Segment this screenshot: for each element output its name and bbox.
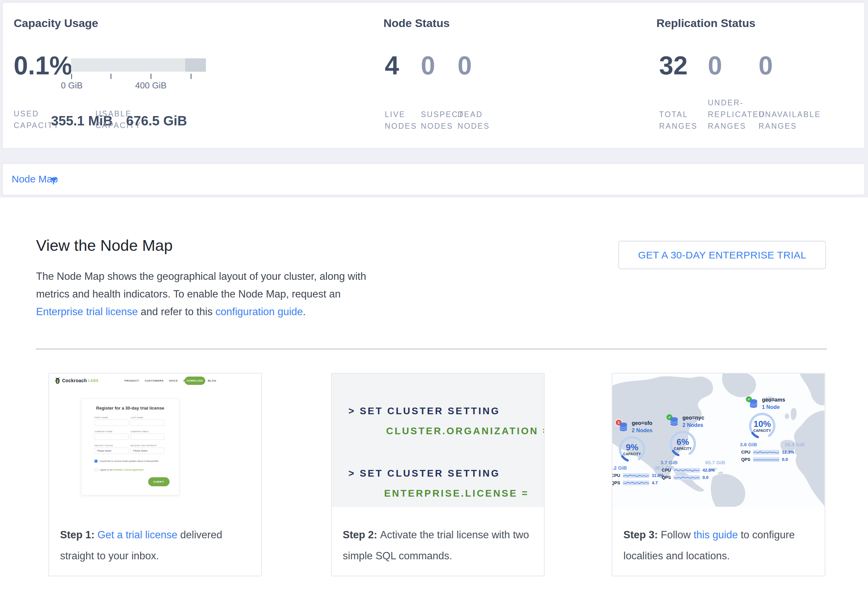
node-map-dropdown[interactable]: Node Map — [2, 163, 865, 196]
node-status-panel: Node Status 4 LIVE NODES 0 SUSPECT NODES… — [384, 3, 637, 148]
qps-sparkline-icon — [674, 475, 700, 480]
capacity-usage-panel: Capacity Usage 0.1% 0 GiB 400 GiB USED C… — [14, 3, 274, 148]
sql-statement: > SET CLUSTER SETTING — [348, 468, 500, 479]
label-line: NODES — [385, 121, 417, 132]
axis-tick — [111, 74, 111, 79]
checkbox-label: I agree to the Software License Agreemen… — [99, 469, 144, 471]
capacity-bar-usable-segment — [71, 58, 185, 72]
locality-name: geo=nyc — [682, 415, 704, 421]
download-button: DOWNLOAD — [185, 377, 205, 385]
description-text: The Node Map shows the geographical layo… — [36, 271, 366, 300]
step1-label: Step 1: — [60, 529, 97, 541]
gauge-capacity-label: CAPACITY — [669, 447, 697, 450]
dead-nodes-label: DEAD NODES — [458, 96, 490, 132]
chevron-down-icon[interactable] — [50, 178, 58, 182]
node-status-title: Node Status — [384, 17, 450, 30]
gauge-percent: 9% — [618, 442, 647, 453]
description-text: and refer to this — [138, 306, 216, 318]
cpu-value: 12.3% — [782, 450, 794, 455]
trial-license-form: Register for a 30-day trial license FIRS… — [81, 399, 179, 495]
step2-card: > SET CLUSTER SETTING CLUSTER.ORGANIZATI… — [331, 373, 545, 576]
cpu-sparkline-icon — [753, 450, 779, 455]
usable-capacity-value: 676.5 GiB — [126, 113, 187, 128]
suspect-nodes-value: 0 — [421, 53, 435, 78]
cluster-summary-card: Capacity Usage 0.1% 0 GiB 400 GiB USED C… — [2, 2, 865, 149]
field-label: LAST NAME — [130, 416, 143, 419]
capacity-bar-chart: 0 GiB 400 GiB — [71, 58, 206, 72]
text-input — [94, 419, 128, 426]
nav-item: PRODUCT — [124, 379, 139, 382]
unavailable-ranges-label: UNAVAILABLE RANGES — [759, 96, 821, 132]
replication-status-title: Replication Status — [657, 17, 756, 30]
cpu-meter: CPU 42.5% — [662, 468, 729, 472]
text-input — [94, 434, 128, 440]
sql-statement: > SET CLUSTER SETTING — [348, 406, 500, 416]
qps-label: QPS — [662, 475, 674, 480]
sql-setting: ENTERPRISE.LICENSE = — [384, 488, 529, 499]
cpu-label: CPU — [662, 468, 674, 472]
locality-node-count: 1 Node — [762, 404, 779, 410]
locality-name: geo=ams — [762, 397, 785, 403]
select-field: Please Select — [130, 447, 164, 454]
database-icon — [670, 417, 678, 427]
qps-value: 0.0 — [703, 475, 709, 480]
logo-labs: LABS — [88, 379, 99, 383]
enterprise-trial-button[interactable]: GET A 30-DAY ENTERPRISE TRIAL — [619, 241, 826, 269]
get-trial-license-link[interactable]: Get a trial license — [97, 529, 177, 541]
registration-site-screenshot: Cockroach LABS PRODUCT CUSTOMERS DOCS RE… — [49, 374, 261, 519]
capacity-used: 3.2 GiB — [612, 465, 627, 471]
label-line: TOTAL — [659, 109, 697, 121]
used-capacity-label-line1: USED — [14, 109, 39, 118]
capacity-percent: 0.1% — [14, 53, 72, 78]
cpu-sparkline-icon — [674, 468, 700, 472]
step3-label: Step 3: — [623, 529, 661, 541]
nav-item: DOCS — [169, 379, 178, 382]
qps-label: QPS — [612, 480, 623, 485]
field-label: PROJECT PHASE — [94, 444, 113, 447]
capacity-used: 3.7 GiB — [660, 460, 678, 465]
field-label: COMPANY NAME — [94, 431, 112, 433]
enterprise-trial-license-link[interactable]: Enterprise trial license — [36, 306, 138, 318]
axis-tick — [71, 74, 72, 79]
locality-node-count: 2 Nodes — [632, 428, 652, 434]
replication-status-panel: Replication Status 32 TOTAL RANGES 0 UND… — [657, 3, 863, 148]
gauge-percent: 6% — [669, 437, 697, 447]
gauge-capacity-label: CAPACITY — [748, 429, 776, 433]
unavailable-ranges-value: 0 — [759, 53, 773, 78]
capacity-range: 3.7 GiB 65.7 GiB — [660, 460, 725, 465]
cpu-label: CPU — [612, 473, 623, 478]
label-line: UNDER- — [708, 97, 766, 109]
nav-item: CUSTOMERS — [145, 379, 164, 382]
gauge-capacity-label: CAPACITY — [618, 452, 647, 456]
dead-nodes-value: 0 — [458, 53, 472, 78]
text-input — [130, 434, 164, 440]
submit-button: SUBMIT — [148, 477, 170, 486]
live-nodes-label: LIVE NODES — [385, 96, 417, 132]
label-line: REPLICATED — [708, 109, 766, 121]
capacity-total: 34.4 GiB — [785, 441, 805, 447]
step3-card: 1 geo=sfo 2 Nodes 9% CAPACITY 3.2 GiB 35… — [612, 373, 825, 576]
capacity-gauge: 10% CAPACITY — [748, 412, 776, 440]
node-map-description: The Node Map shows the geographical layo… — [36, 268, 366, 321]
configuration-guide-link[interactable]: configuration guide — [216, 306, 303, 318]
this-guide-link[interactable]: this guide — [694, 529, 738, 541]
capacity-bar — [71, 58, 206, 72]
capacity-total: 65.7 GiB — [705, 460, 725, 465]
step1-caption: Step 1: Get a trial license delivered st… — [60, 524, 252, 567]
database-icon — [619, 422, 628, 432]
text-input — [130, 419, 164, 426]
locality-nyc: ✓ geo=nyc 2 Nodes 6% CAPACITY 3.7 GiB 65… — [666, 414, 733, 481]
qps-sparkline-icon — [753, 457, 779, 462]
field-label: REASON FOR INTEREST — [130, 444, 157, 447]
nav-item: BLOG — [208, 379, 217, 382]
capacity-used: 3.6 GiB — [740, 441, 757, 447]
database-icon — [749, 399, 758, 409]
qps-value: 0.0 — [782, 457, 788, 462]
select-field: Please Select — [94, 447, 128, 454]
mini-site-navbar: Cockroach LABS PRODUCT CUSTOMERS DOCS RE… — [49, 374, 261, 390]
locality-node-count: 2 Nodes — [682, 422, 703, 428]
capacity-gauge: 9% CAPACITY — [618, 435, 647, 464]
qps-meter: QPS 0.0 — [662, 475, 729, 480]
field-label: COMPANY EMAIL — [130, 431, 149, 433]
description-text: . — [303, 306, 306, 318]
